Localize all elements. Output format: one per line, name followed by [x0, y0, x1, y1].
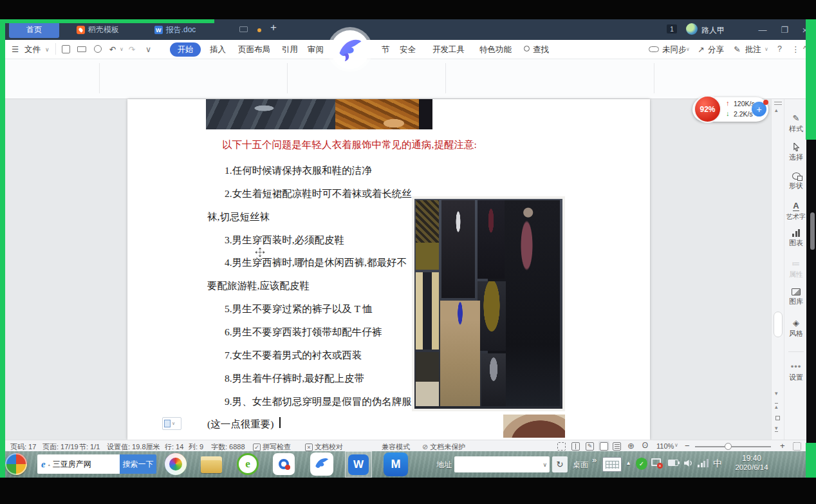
menu-share[interactable]: 分享 [708, 44, 724, 55]
comment-caret-icon[interactable] [765, 46, 768, 52]
360-speed-browser-icon[interactable]: e [237, 453, 259, 475]
menu-start-tab[interactable]: 开始 [170, 42, 201, 57]
taskbar-search-button[interactable]: 搜索一下 [120, 454, 156, 474]
avatar[interactable] [686, 23, 698, 35]
doc-line[interactable]: 1.任何时候请保持衣服和鞋的洁净 [225, 164, 372, 178]
menu-section-partial[interactable]: 节 [382, 44, 390, 55]
explorer-folder-icon[interactable] [201, 456, 222, 473]
tray-battery-icon[interactable] [668, 460, 678, 466]
user-name[interactable]: 路人甲 [701, 25, 725, 36]
tray-speaker-icon[interactable] [683, 459, 693, 467]
side-item-styles[interactable]: 样式 [784, 113, 808, 134]
split-handle[interactable] [774, 102, 782, 105]
select-browse-object-icon[interactable] [775, 416, 780, 420]
eye-protect-button[interactable] [641, 442, 649, 451]
touch-keyboard-button[interactable] [602, 457, 622, 472]
side-item-gallery[interactable]: 图库 [784, 288, 808, 306]
fashion-collage-image[interactable] [412, 196, 565, 411]
tray-shield-icon[interactable]: ✓ [636, 458, 647, 470]
doc-line[interactable]: 7.女生不要着男式的衬衣或西装 [225, 349, 362, 362]
m-app-icon[interactable]: M [384, 453, 408, 476]
menu-find[interactable]: 查找 [533, 44, 549, 55]
zoom-in-button[interactable]: + [780, 441, 785, 451]
toolbar-more-icon[interactable] [145, 44, 151, 54]
menu-comment[interactable]: 批注 [745, 44, 761, 55]
doc-proof-button[interactable]: 文档校对 [305, 442, 343, 452]
address-input[interactable] [454, 456, 550, 472]
print-icon[interactable] [77, 46, 86, 52]
file-caret-icon[interactable] [45, 46, 50, 53]
more-menu-icon[interactable] [792, 44, 800, 54]
side-item-style2[interactable]: ◈ 风格 [784, 318, 808, 339]
fullscreen-view-button[interactable] [557, 442, 566, 451]
two-page-view-button[interactable] [571, 442, 580, 451]
undo-caret-icon[interactable] [120, 46, 124, 52]
menu-insert[interactable]: 插入 [210, 44, 226, 55]
xunlei-icon[interactable] [310, 453, 333, 476]
tray-clock[interactable]: 19:40 2020/6/14 [727, 454, 776, 471]
menu-reference[interactable]: 引用 [282, 44, 298, 55]
redo-icon[interactable] [129, 44, 135, 54]
address-go-button[interactable] [552, 456, 568, 472]
minimize-button[interactable] [754, 23, 771, 37]
doc-protect-button[interactable]: 文档未保护 [422, 442, 465, 452]
restore-button[interactable] [776, 23, 793, 37]
wps-taskbar-button[interactable]: W [345, 451, 372, 478]
doc-line[interactable]: 6.男生不要穿西装打领带却配牛仔裤 [225, 326, 382, 339]
side-item-chart[interactable]: 图表 [784, 229, 808, 248]
scroll-down-icon[interactable] [775, 390, 778, 397]
scroll-thumb[interactable] [774, 312, 783, 337]
doc-scrollbar[interactable] [771, 99, 784, 440]
doc-line[interactable]: 3.男生穿西装时,必须配皮鞋 [225, 234, 344, 247]
360-browser-icon[interactable] [165, 453, 187, 475]
print-preview-icon[interactable] [94, 45, 102, 53]
doc-line[interactable]: (这一点很重要) [207, 418, 274, 431]
zoom-slider-knob[interactable] [725, 443, 732, 450]
share-icon[interactable] [698, 44, 704, 54]
ink-view-button[interactable] [586, 442, 594, 451]
tray-signal-icon[interactable] [698, 459, 709, 467]
outline-view-button[interactable] [613, 442, 621, 451]
doc-line[interactable]: 8.男生着牛仔裤时,最好配上皮带 [225, 372, 364, 386]
new-tab-button[interactable] [270, 21, 277, 34]
message-count-badge[interactable]: 1 [667, 24, 677, 33]
doc-line[interactable]: 9.男、女生都切忌穿明显是假冒的伪名牌服饰 [225, 395, 422, 409]
desktop-chevrons-icon[interactable]: » [592, 455, 597, 465]
doc-line[interactable]: 要配旅游鞋,应该配皮鞋 [207, 279, 310, 293]
doc-line[interactable]: 4.男生穿西裤时,哪怕是休闲西裤,都最好不 [225, 256, 407, 270]
doc-line[interactable]: 2.女生着短裙配凉鞋时可不着袜或着长统丝 [225, 187, 412, 201]
menu-sync[interactable]: 未同步 [662, 44, 687, 55]
compat-mode-button[interactable]: 兼容模式 [382, 442, 410, 452]
doc-heading[interactable]: 以下十五个问题是年轻人衣着服饰中常见的通病,提醒注意: [222, 138, 477, 152]
side-item-shapes[interactable]: 形状 [784, 173, 808, 191]
menu-file[interactable]: 文件 [24, 44, 41, 55]
tab-docer[interactable]: 稻壳模板 [62, 22, 134, 38]
next-page-icon[interactable] [775, 425, 778, 432]
scroll-up-icon[interactable] [775, 107, 778, 113]
doc-line[interactable]: 袜,切忌短丝袜 [207, 210, 270, 224]
rings-app-icon[interactable] [273, 453, 295, 475]
prev-page-icon[interactable] [775, 403, 778, 410]
sync-caret-icon[interactable] [686, 46, 690, 52]
side-item-settings[interactable]: ••• 设置 [784, 362, 808, 382]
tab-document[interactable]: W 报告.doc [136, 22, 214, 38]
start-button[interactable] [5, 453, 27, 475]
zoom-out-button[interactable]: − [685, 441, 690, 451]
hamburger-menu-icon[interactable] [12, 44, 19, 54]
fit-page-button[interactable] [793, 442, 801, 451]
menu-security[interactable]: 安全 [400, 44, 416, 55]
zoom-caret-icon[interactable] [674, 442, 678, 448]
web-view-button[interactable] [627, 442, 635, 451]
undo-icon[interactable] [109, 44, 116, 54]
help-icon[interactable] [777, 44, 782, 53]
address-caret-icon[interactable] [542, 462, 547, 468]
menu-page-layout[interactable]: 页面布局 [238, 44, 270, 55]
comment-icon[interactable] [734, 44, 740, 54]
doc-line[interactable]: 5.男生不要穿过紧的裤子以及 T 恤 [225, 303, 373, 316]
find-icon[interactable] [524, 46, 530, 51]
doc-image-bottom[interactable] [503, 415, 565, 438]
side-item-wordart[interactable]: A 艺术字 [784, 201, 808, 221]
zoom-slider-track[interactable] [695, 446, 771, 447]
side-item-select[interactable]: 选择 [784, 143, 808, 162]
ime-indicator[interactable]: 中 [713, 458, 722, 470]
